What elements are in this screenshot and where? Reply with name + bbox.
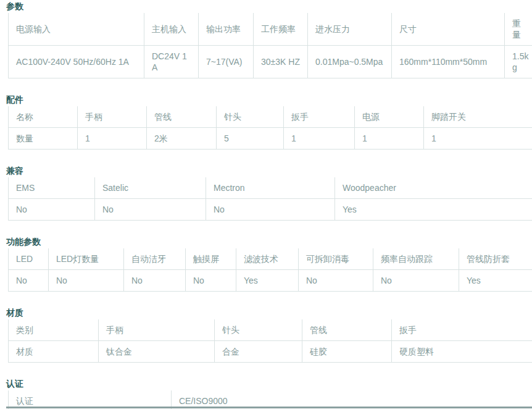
spec-header-cell: 重量 xyxy=(505,13,532,46)
bottom-divider xyxy=(6,407,532,408)
spec-header-cell: 管线 xyxy=(147,106,217,128)
spec-header-cell: 管线 xyxy=(302,319,392,341)
spec-value-cell: No xyxy=(373,270,459,292)
spec-header-cell: 输出功率 xyxy=(199,13,254,46)
spec-header-cell: 扳手 xyxy=(284,106,355,128)
spec-value-cell: 硬质塑料 xyxy=(392,341,532,363)
spec-value-cell: 160mm*110mm*50mm xyxy=(392,46,505,78)
spec-header-cell: 名称 xyxy=(9,106,78,128)
spec-data-row: NoNoNoNoYesNoNoYes xyxy=(9,270,532,292)
spec-header-cell: 工作频率 xyxy=(254,13,308,46)
spec-header-row: 电源输入主机输入输出功率工作频率进水压力尺寸重量 xyxy=(9,13,532,46)
spec-value-cell: 硅胶 xyxy=(302,341,392,363)
spec-header-cell: 针头 xyxy=(215,319,302,341)
section-function-parameters: 功能参数 LEDLED灯数量自动洁牙触摸屏滤波技术可拆卸消毒频率自动跟踪管线防折… xyxy=(6,237,532,292)
spec-value-cell: 1 xyxy=(424,128,532,150)
spec-header-cell: 电源输入 xyxy=(9,13,144,46)
spec-data-row: NoNoNoYes xyxy=(9,199,532,221)
spec-data-row: 材质钛合金合金硅胶硬质塑料 xyxy=(9,341,532,363)
spec-data-row: AC100V-240V 50Hz/60Hz 1ADC24V 1 A7~17(VA… xyxy=(9,46,532,78)
product-spec-page: 参数 电源输入主机输入输出功率工作频率进水压力尺寸重量AC100V-240V 5… xyxy=(0,0,532,409)
spec-header-cell: 管线防折套 xyxy=(459,248,532,270)
spec-value-cell: Yes xyxy=(459,270,532,292)
spec-header-row: LEDLED灯数量自动洁牙触摸屏滤波技术可拆卸消毒频率自动跟踪管线防折套 xyxy=(9,248,532,270)
spec-header-cell: 自动洁牙 xyxy=(124,248,186,270)
spec-header-cell: 尺寸 xyxy=(392,13,505,46)
spec-header-cell: 频率自动跟踪 xyxy=(373,248,459,270)
spec-value-cell: No xyxy=(186,270,236,292)
compatibility-table: EMSSatelicMectronWoodpeacherNoNoNoYes xyxy=(8,177,532,221)
spec-value-cell: 数量 xyxy=(9,128,78,150)
spec-header-cell: 滤波技术 xyxy=(236,248,299,270)
spec-header-cell: 针头 xyxy=(217,106,284,128)
spec-value-cell: 1.5kg xyxy=(505,46,532,78)
spec-value-cell: 2米 xyxy=(147,128,217,150)
section-title-function-parameters: 功能参数 xyxy=(6,237,532,247)
spec-header-cell: LED灯数量 xyxy=(49,248,124,270)
spec-value-cell: Yes xyxy=(335,199,532,221)
spec-value-cell: DC24V 1 A xyxy=(144,46,199,78)
accessories-table: 名称手柄管线针头扳手电源脚踏开关数量12米5111 xyxy=(8,106,532,150)
spec-data-row: 数量12米5111 xyxy=(9,128,532,150)
spec-value-cell: 1 xyxy=(355,128,424,150)
spec-header-cell: 电源 xyxy=(355,106,424,128)
section-compatibility: 兼容 EMSSatelicMectronWoodpeacherNoNoNoYes xyxy=(6,166,532,221)
spec-header-cell: 手柄 xyxy=(99,319,215,341)
spec-header-cell: LED xyxy=(9,248,49,270)
spec-value-cell: No xyxy=(9,199,95,221)
spec-value-cell: No xyxy=(299,270,373,292)
spec-header-cell: Mectron xyxy=(206,177,335,199)
spec-header-cell: 进水压力 xyxy=(308,13,392,46)
spec-value-cell: 0.01Mpa~0.5Mpa xyxy=(308,46,392,78)
spec-value-cell: 5 xyxy=(217,128,284,150)
spec-header-cell: Satelic xyxy=(95,177,206,199)
section-title-compatibility: 兼容 xyxy=(6,166,532,175)
spec-header-cell: 脚踏开关 xyxy=(424,106,532,128)
spec-value-cell: 1 xyxy=(78,128,147,150)
spec-header-cell: 触摸屏 xyxy=(186,248,236,270)
spec-value-cell: 材质 xyxy=(9,341,99,363)
spec-header-row: 名称手柄管线针头扳手电源脚踏开关 xyxy=(9,106,532,128)
section-certification: 认证 认证CE/ISO9000标准国标 xyxy=(6,379,532,409)
spec-value-cell: 钛合金 xyxy=(99,341,215,363)
function-parameters-table: LEDLED灯数量自动洁牙触摸屏滤波技术可拆卸消毒频率自动跟踪管线防折套NoNo… xyxy=(8,248,532,292)
spec-header-cell: 主机输入 xyxy=(144,13,199,46)
spec-header-cell: Woodpeacher xyxy=(335,177,532,199)
spec-value-cell: 7~17(VA) xyxy=(199,46,254,78)
spec-value-cell: AC100V-240V 50Hz/60Hz 1A xyxy=(9,46,144,78)
section-title-parameters: 参数 xyxy=(6,1,532,11)
parameters-table: 电源输入主机输入输出功率工作频率进水压力尺寸重量AC100V-240V 50Hz… xyxy=(8,13,532,78)
section-accessories: 配件 名称手柄管线针头扳手电源脚踏开关数量12米5111 xyxy=(6,95,532,150)
spec-value-cell: No xyxy=(49,270,124,292)
spec-header-cell: 扳手 xyxy=(392,319,532,341)
spec-header-cell: 手柄 xyxy=(78,106,147,128)
spec-value-cell: No xyxy=(124,270,186,292)
spec-value-cell: 1 xyxy=(284,128,355,150)
spec-header-cell: EMS xyxy=(9,177,95,199)
section-materials: 材质 类别手柄针头管线扳手材质钛合金合金硅胶硬质塑料 xyxy=(6,308,532,363)
spec-header-row: 类别手柄针头管线扳手 xyxy=(9,319,532,341)
spec-header-cell: 类别 xyxy=(9,319,99,341)
materials-table: 类别手柄针头管线扳手材质钛合金合金硅胶硬质塑料 xyxy=(8,319,532,363)
spec-value-cell: No xyxy=(206,199,335,221)
spec-header-row: EMSSatelicMectronWoodpeacher xyxy=(9,177,532,199)
spec-value-cell: 30±3K HZ xyxy=(254,46,308,78)
section-title-materials: 材质 xyxy=(6,308,532,318)
spec-value-cell: Yes xyxy=(236,270,299,292)
section-title-certification: 认证 xyxy=(6,379,532,389)
spec-header-cell: 可拆卸消毒 xyxy=(299,248,373,270)
spec-value-cell: No xyxy=(9,270,49,292)
section-parameters: 参数 电源输入主机输入输出功率工作频率进水压力尺寸重量AC100V-240V 5… xyxy=(6,1,532,78)
spec-value-cell: 合金 xyxy=(215,341,302,363)
section-title-accessories: 配件 xyxy=(6,95,532,104)
spec-value-cell: No xyxy=(95,199,206,221)
